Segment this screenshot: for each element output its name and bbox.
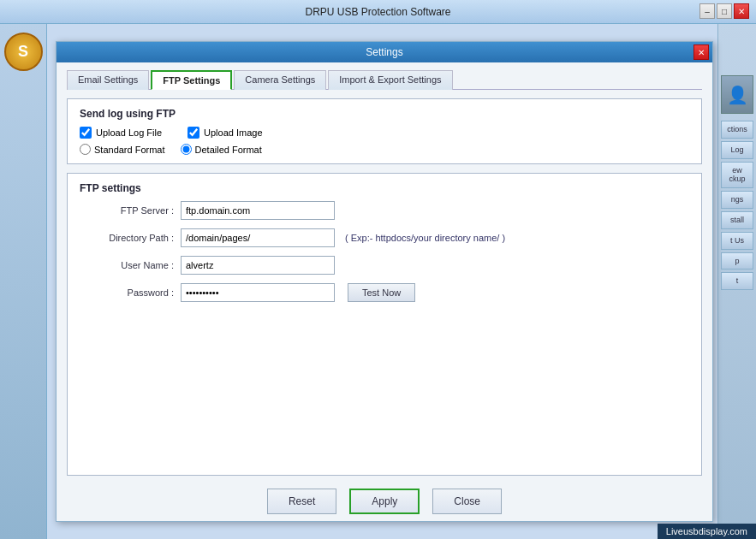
upload-log-file-checkbox[interactable] (80, 127, 92, 139)
test-now-button[interactable]: Test Now (348, 283, 415, 302)
ftp-server-label: FTP Server : (80, 205, 174, 216)
tab-import-export-settings[interactable]: Import & Export Settings (328, 70, 452, 90)
right-btn-t[interactable]: t (721, 272, 753, 290)
sidebar-logo: S (4, 33, 43, 71)
center-area: Settings ✕ Email Settings FTP Settings C… (47, 24, 717, 539)
dialog-body: Email Settings FTP Settings Camera Setti… (57, 62, 712, 521)
detailed-format-label: Detailed Format (195, 145, 262, 155)
reset-button[interactable]: Reset (267, 489, 336, 514)
upload-image-checkbox[interactable] (188, 127, 199, 139)
password-label: Password : (80, 287, 174, 298)
directory-path-row: Directory Path : ( Exp:- httpdocs/your d… (80, 228, 689, 247)
password-input[interactable] (181, 283, 335, 302)
send-log-section: Send log using FTP Upload Log File Uploa… (67, 98, 702, 164)
title-bar: DRPU USB Protection Software – □ ✕ (0, 0, 756, 24)
minimize-button[interactable]: – (699, 3, 715, 19)
right-sidebar: 👤 ctions Log ewckup ngs stall t Us p t (717, 24, 756, 539)
username-row: User Name : (80, 256, 689, 275)
left-sidebar: S (0, 24, 47, 539)
right-btn-backup[interactable]: ewckup (721, 162, 753, 189)
right-btn-p[interactable]: p (721, 252, 753, 270)
standard-format-item: Standard Format (80, 144, 165, 155)
dialog-title: Settings (366, 46, 402, 58)
password-row: Password : Test Now (80, 283, 689, 302)
main-content: S Settings ✕ Email Settings (0, 24, 756, 539)
format-radio-row: Standard Format Detailed Format (80, 144, 689, 155)
directory-hint: ( Exp:- httpdocs/your directory name/ ) (345, 233, 505, 243)
avatar-icon: 👤 (727, 85, 748, 105)
right-btn-settings[interactable]: ngs (721, 191, 753, 209)
bottom-buttons: Reset Apply Close (67, 484, 702, 514)
maximize-button[interactable]: □ (717, 3, 732, 19)
close-button[interactable]: Close (432, 489, 502, 514)
detailed-format-radio[interactable] (181, 144, 192, 155)
right-btn-actions[interactable]: ctions (721, 121, 753, 139)
upload-log-file-label: Upload Log File (96, 127, 162, 138)
detailed-format-item: Detailed Format (181, 144, 262, 155)
directory-path-label: Directory Path : (80, 233, 174, 243)
upload-image-label: Upload Image (204, 127, 263, 138)
standard-format-radio[interactable] (80, 144, 91, 155)
checkbox-row: Upload Log File Upload Image (80, 127, 689, 139)
dialog-close-button[interactable]: ✕ (693, 44, 709, 60)
dialog-title-bar: Settings ✕ (57, 42, 712, 62)
standard-format-label: Standard Format (94, 145, 165, 155)
app-close-button[interactable]: ✕ (734, 3, 749, 19)
ftp-settings-section: FTP settings FTP Server : Directory Path… (67, 173, 702, 476)
settings-dialog: Settings ✕ Email Settings FTP Settings C… (56, 41, 713, 522)
directory-path-input[interactable] (181, 228, 335, 247)
app-window: DRPU USB Protection Software – □ ✕ S Set… (0, 0, 756, 539)
right-btn-log[interactable]: Log (721, 141, 753, 159)
ftp-section-title: FTP settings (80, 182, 689, 194)
tabs-container: Email Settings FTP Settings Camera Setti… (67, 69, 702, 90)
app-title: DRPU USB Protection Software (305, 6, 450, 18)
right-btn-install[interactable]: stall (721, 211, 753, 229)
avatar-right: 👤 (721, 75, 753, 114)
upload-image-item: Upload Image (188, 127, 263, 139)
right-btn-contact[interactable]: t Us (721, 232, 753, 250)
tab-ftp-settings[interactable]: FTP Settings (151, 70, 232, 90)
title-bar-controls: – □ ✕ (699, 3, 749, 19)
ftp-server-row: FTP Server : (80, 201, 689, 220)
username-input[interactable] (181, 256, 335, 275)
tab-email-settings[interactable]: Email Settings (67, 70, 149, 90)
tab-camera-settings[interactable]: Camera Settings (234, 70, 326, 90)
bottom-bar: Liveusbdisplay.com (658, 524, 756, 539)
send-log-title: Send log using FTP (80, 108, 689, 120)
logo-letter: S (18, 43, 28, 61)
bottom-bar-text: Liveusbdisplay.com (666, 526, 747, 536)
upload-log-file-item: Upload Log File (80, 127, 162, 139)
username-label: User Name : (80, 260, 174, 270)
apply-button[interactable]: Apply (349, 489, 420, 514)
ftp-server-input[interactable] (181, 201, 335, 220)
